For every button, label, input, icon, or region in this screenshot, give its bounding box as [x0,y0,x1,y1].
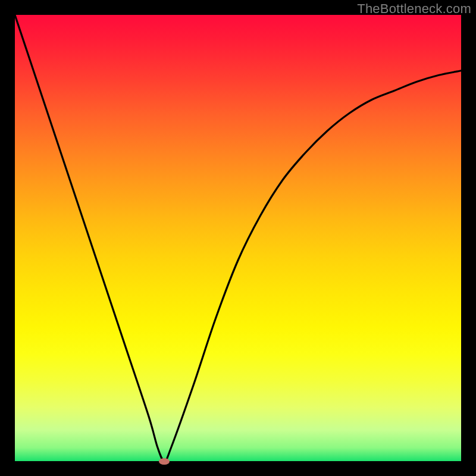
plot-area [15,15,461,461]
chart-container: TheBottleneck.com [0,0,476,476]
bottleneck-curve [15,15,461,461]
optimum-marker [159,458,170,465]
